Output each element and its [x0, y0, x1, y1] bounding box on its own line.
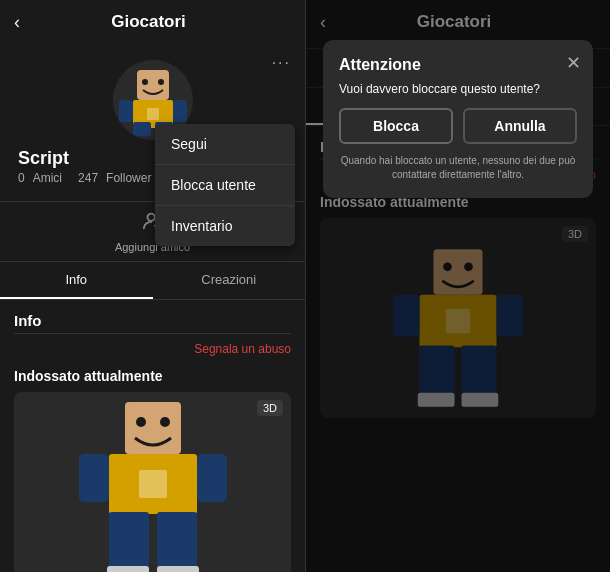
- svg-rect-6: [119, 100, 133, 122]
- modal-buttons: Blocca Annulla: [339, 108, 577, 144]
- menu-item-segui[interactable]: Segui: [155, 124, 295, 165]
- left-header-title: Giocatori: [30, 12, 267, 32]
- annulla-button[interactable]: Annulla: [463, 108, 577, 144]
- svg-rect-8: [133, 122, 151, 136]
- left-3d-badge: 3D: [257, 400, 283, 416]
- svg-rect-23: [107, 566, 149, 572]
- svg-rect-2: [137, 70, 169, 100]
- dropdown-menu: Segui Blocca utente Inventario: [155, 124, 295, 246]
- svg-point-16: [160, 417, 170, 427]
- left-section-title: Info: [14, 312, 291, 329]
- followers-label: Follower: [106, 171, 151, 185]
- left-divider: [14, 333, 291, 334]
- menu-item-blocca[interactable]: Blocca utente: [155, 165, 295, 206]
- left-content: Info Segnala un abuso Indossato attualme…: [0, 300, 305, 572]
- left-tabs: Info Creazioni: [0, 262, 305, 300]
- svg-rect-10: [147, 108, 159, 120]
- svg-rect-18: [79, 454, 109, 502]
- left-panel: ‹ Giocatori: [0, 0, 305, 572]
- followers-count: 247: [78, 171, 98, 185]
- svg-rect-20: [109, 512, 149, 572]
- svg-point-4: [158, 79, 164, 85]
- svg-point-11: [147, 214, 154, 221]
- svg-rect-19: [197, 454, 227, 502]
- tab-info-left[interactable]: Info: [0, 262, 153, 299]
- left-username: Script: [18, 148, 69, 169]
- modal-question: Vuoi davvero bloccare questo utente?: [339, 82, 577, 96]
- menu-item-inventario[interactable]: Inventario: [155, 206, 295, 246]
- friends-label: Amici: [33, 171, 62, 185]
- left-wearing-container: 3D: [14, 392, 291, 572]
- left-back-button[interactable]: ‹: [14, 12, 20, 33]
- three-dots-button[interactable]: ···: [272, 54, 291, 72]
- svg-rect-21: [157, 512, 197, 572]
- modal-note: Quando hai bloccato un utente, nessuno d…: [339, 154, 577, 182]
- svg-rect-7: [173, 100, 187, 122]
- modal-close-button[interactable]: ✕: [566, 52, 581, 74]
- tab-creazioni-left[interactable]: Creazioni: [153, 262, 306, 299]
- left-wearing-character: [73, 392, 233, 572]
- blocca-button[interactable]: Blocca: [339, 108, 453, 144]
- block-modal: Attenzione ✕ Vuoi davvero bloccare quest…: [323, 40, 593, 198]
- svg-point-3: [142, 79, 148, 85]
- right-panel: ‹ Giocatori Attenzione ✕ Vuoi davvero bl…: [305, 0, 610, 572]
- svg-rect-24: [157, 566, 199, 572]
- left-profile-section: Script 0 Amici 247 Follower 2 Profili ··…: [0, 44, 305, 193]
- svg-rect-22: [139, 470, 167, 498]
- left-wearing-title: Indossato attualmente: [14, 368, 291, 384]
- modal-title: Attenzione: [339, 56, 577, 74]
- friends-count: 0: [18, 171, 25, 185]
- modal-overlay: Attenzione ✕ Vuoi davvero bloccare quest…: [306, 0, 610, 572]
- left-report-link[interactable]: Segnala un abuso: [14, 342, 291, 356]
- svg-point-15: [136, 417, 146, 427]
- left-header: ‹ Giocatori: [0, 0, 305, 44]
